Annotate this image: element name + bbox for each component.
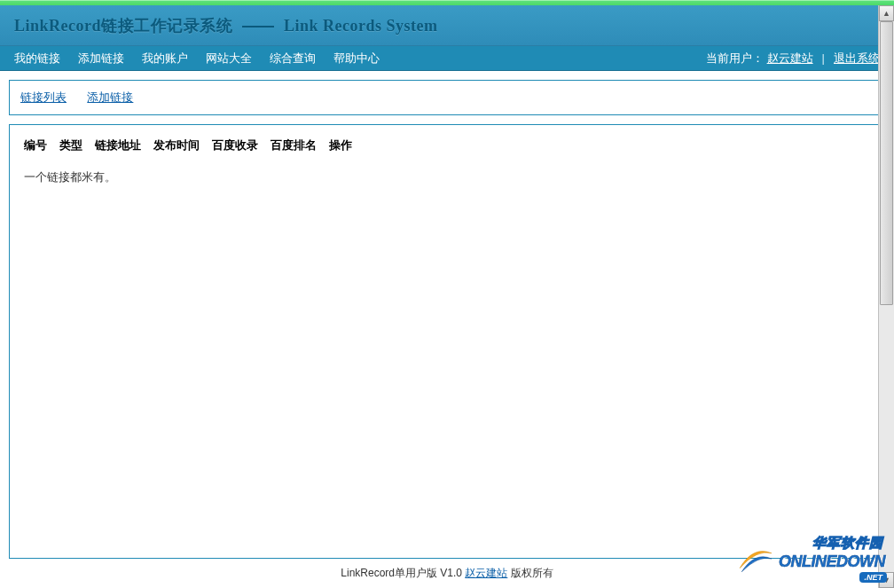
title-en: Link Records System — [284, 17, 438, 35]
links-table-box: 编号 类型 链接地址 发布时间 百度收录 百度排名 操作 一个链接都米有。 — [9, 124, 885, 559]
footer: LinkRecord单用户版 V1.0 赵云建站 版权所有 — [0, 566, 894, 581]
app-window: LinkRecord链接工作记录系统 Link Records System 我… — [0, 0, 894, 588]
sub-tab-box: 链接列表 添加链接 — [9, 80, 885, 115]
scroll-track[interactable] — [879, 21, 894, 572]
table-header-row: 编号 类型 链接地址 发布时间 百度收录 百度排名 操作 — [24, 137, 870, 153]
tab-add-link[interactable]: 添加链接 — [87, 90, 133, 104]
current-user-link[interactable]: 赵云建站 — [767, 51, 813, 67]
scroll-down-button[interactable]: ▼ — [879, 572, 894, 588]
title-separator — [242, 26, 274, 27]
nav-add-link[interactable]: 添加链接 — [78, 51, 124, 67]
nav-left: 我的链接 添加链接 我的账户 网站大全 综合查询 帮助中心 — [14, 51, 380, 67]
app-title: LinkRecord链接工作记录系统 Link Records System — [14, 15, 438, 36]
col-id: 编号 — [24, 137, 47, 153]
logout-link[interactable]: 退出系统 — [834, 51, 880, 67]
content-area: 链接列表 添加链接 编号 类型 链接地址 发布时间 百度收录 百度排名 操作 一… — [0, 71, 894, 562]
col-publish-time: 发布时间 — [153, 137, 200, 153]
empty-state-message: 一个链接都米有。 — [24, 169, 870, 185]
col-baidu-index: 百度收录 — [212, 137, 258, 153]
footer-suffix: 版权所有 — [511, 567, 553, 579]
nav-my-account[interactable]: 我的账户 — [142, 51, 188, 67]
vertical-scrollbar[interactable]: ▲ ▼ — [878, 5, 894, 588]
col-url: 链接地址 — [95, 137, 141, 153]
nav-site-directory[interactable]: 网站大全 — [206, 51, 252, 67]
nav-comprehensive-query[interactable]: 综合查询 — [270, 51, 316, 67]
col-baidu-rank: 百度排名 — [271, 137, 317, 153]
title-cn: LinkRecord链接工作记录系统 — [14, 17, 232, 35]
nav-right: 当前用户： 赵云建站 | 退出系统 — [706, 51, 880, 67]
nav-help-center[interactable]: 帮助中心 — [333, 51, 380, 67]
footer-prefix: LinkRecord单用户版 V1.0 — [341, 567, 465, 579]
nav-bar: 我的链接 添加链接 我的账户 网站大全 综合查询 帮助中心 当前用户： 赵云建站… — [0, 46, 894, 71]
col-type: 类型 — [59, 137, 82, 153]
col-actions: 操作 — [329, 137, 352, 153]
footer-author-link[interactable]: 赵云建站 — [465, 567, 507, 579]
tab-link-list[interactable]: 链接列表 — [20, 90, 67, 104]
current-user-label: 当前用户： — [706, 51, 764, 67]
nav-my-links[interactable]: 我的链接 — [14, 51, 60, 67]
scroll-thumb[interactable] — [880, 21, 893, 305]
scroll-up-button[interactable]: ▲ — [879, 5, 894, 21]
nav-separator: | — [822, 51, 825, 65]
header-bar: LinkRecord链接工作记录系统 Link Records System — [0, 5, 894, 46]
